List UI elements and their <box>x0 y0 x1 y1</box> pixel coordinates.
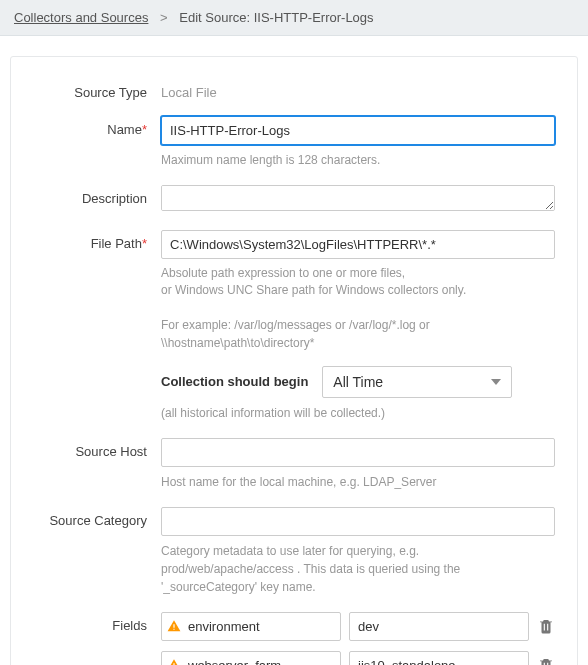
source-host-input[interactable] <box>161 438 555 467</box>
collection-begin-label: Collection should begin <box>161 374 308 389</box>
description-input[interactable] <box>161 185 555 211</box>
warning-icon <box>167 658 181 665</box>
source-category-hint: Category metadata to use later for query… <box>161 542 555 596</box>
collection-begin-select[interactable]: All Time <box>322 366 512 398</box>
source-category-input[interactable] <box>161 507 555 536</box>
file-path-input[interactable] <box>161 230 555 259</box>
source-type-value: Local File <box>161 79 555 100</box>
field-value-input[interactable] <box>349 612 529 641</box>
description-label: Description <box>33 185 161 206</box>
name-input[interactable] <box>161 116 555 145</box>
trash-icon[interactable] <box>537 617 555 635</box>
breadcrumb-separator: > <box>160 10 168 25</box>
file-path-label: File Path* <box>33 230 161 251</box>
breadcrumb-root-link[interactable]: Collectors and Sources <box>14 10 148 25</box>
file-path-hint: Absolute path expression to one or more … <box>161 265 555 352</box>
field-row <box>161 651 555 665</box>
source-category-label: Source Category <box>33 507 161 528</box>
source-host-label: Source Host <box>33 438 161 459</box>
field-value-input[interactable] <box>349 651 529 665</box>
name-hint: Maximum name length is 128 characters. <box>161 151 555 169</box>
trash-icon[interactable] <box>537 656 555 665</box>
fields-label: Fields <box>33 612 161 633</box>
breadcrumb: Collectors and Sources > Edit Source: II… <box>0 0 588 36</box>
edit-source-panel: Source Type Local File Name* Maximum nam… <box>10 56 578 665</box>
field-row <box>161 612 555 641</box>
chevron-down-icon <box>491 379 501 385</box>
field-key-input[interactable] <box>161 651 341 665</box>
collection-begin-hint: (all historical information will be coll… <box>161 404 555 422</box>
name-label: Name* <box>33 116 161 137</box>
field-key-input[interactable] <box>161 612 341 641</box>
source-type-label: Source Type <box>33 79 161 100</box>
source-host-hint: Host name for the local machine, e.g. LD… <box>161 473 555 491</box>
breadcrumb-current: Edit Source: IIS-HTTP-Error-Logs <box>179 10 373 25</box>
warning-icon <box>167 619 181 633</box>
